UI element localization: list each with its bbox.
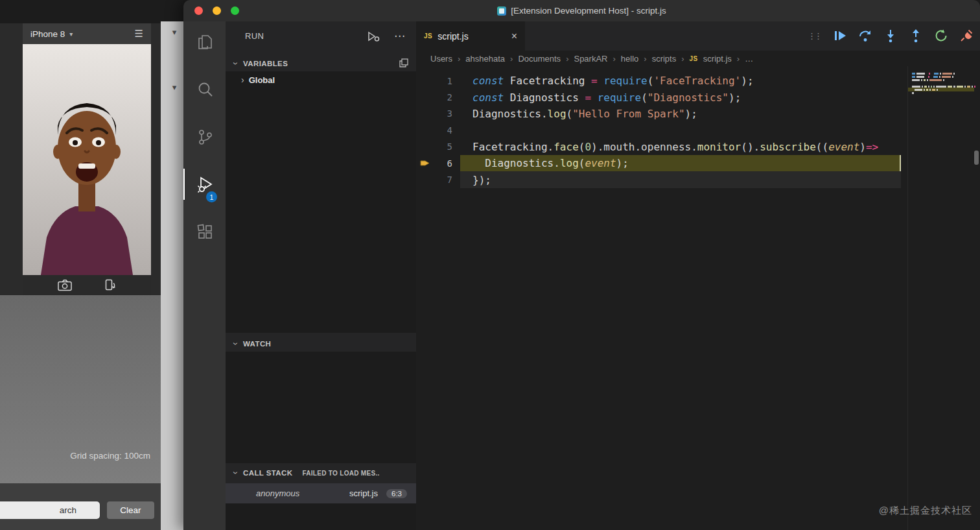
window-title-group: [Extension Development Host] - script.js [183,0,980,21]
breadcrumb-separator-icon: › [566,54,568,64]
simulator-panel: iPhone 8 ▾ ☰ [23,23,151,295]
frame-location-badge: 6:3 [386,489,407,498]
drag-handle-icon[interactable]: ⋮⋮ [808,31,821,41]
call-stack-section-body [226,503,416,530]
step-over-icon[interactable] [858,29,872,43]
tab-script-js[interactable]: JS script.js × [416,21,525,51]
scrollbar-thumb[interactable] [974,151,979,165]
search-input[interactable] [0,501,100,519]
minimize-window-button[interactable] [213,6,221,15]
spark-footer-bar: Clear [0,483,161,530]
spark-top-toolbar [0,0,188,23]
tab-label: script.js [438,31,468,42]
line-number: 7 [416,175,452,185]
flip-camera-icon[interactable] [58,279,73,291]
extensions-icon[interactable] [183,216,226,247]
code-text: }); [452,174,491,186]
breadcrumb-separator-icon: › [644,54,646,64]
explorer-icon[interactable] [183,27,226,58]
close-icon[interactable]: × [511,30,517,42]
minimap[interactable] [907,66,980,530]
rotate-device-icon[interactable] [102,279,116,291]
source-control-icon[interactable] [183,121,226,152]
code-line[interactable]: 2const Diagnostics = require("Diagnostic… [416,89,902,105]
camera-preview[interactable] [23,44,151,275]
more-actions-icon[interactable]: ⋯ [394,29,406,43]
code-line[interactable]: 7}); [416,171,902,187]
code-line[interactable]: 5Facetracking.face(0).mouth.openness.mon… [416,139,902,155]
code-area[interactable]: 1const Facetracking = require('FaceTrack… [416,73,902,188]
call-stack-frame[interactable]: anonymousscript.js6:3 [226,483,416,503]
title-bar[interactable]: [Extension Development Host] - script.js [183,0,980,21]
breadcrumb-item[interactable]: hello [621,54,638,64]
breadcrumb-item[interactable]: SparkAR [574,54,607,64]
vscode-window: [Extension Development Host] - script.js [183,0,980,530]
code-text: Facetracking.face(0).mouth.openness.moni… [452,141,878,153]
chevron-down-icon[interactable]: ▾ [69,30,73,38]
breadcrumb-tail[interactable]: … [745,54,753,64]
code-text: const Diagnostics = require("Diagnostics… [452,91,741,104]
person-preview-image [23,44,151,275]
frame-name: anonymous [256,488,299,498]
search-icon[interactable] [183,74,226,105]
grid-spacing-label: Grid spacing: 100cm [70,451,150,461]
js-file-icon: JS [424,32,432,40]
close-window-button[interactable] [194,6,203,15]
call-stack-section-header[interactable]: › CALL STACK FAILED TO LOAD MES.. [226,465,416,481]
collapse-all-icon[interactable] [399,58,408,67]
window-title: [Extension Development Host] - script.js [511,6,666,16]
spark-ar-panel: ▾ ▾ Grid spacing: 100cm Clear iPhone 8 ▾… [0,0,188,530]
js-file-icon: JS [690,55,698,62]
watch-section-body [226,352,416,463]
variables-section-header[interactable]: › VARIABLES [226,56,416,71]
chevron-down-icon: › [231,340,241,348]
step-into-icon[interactable] [883,29,898,43]
line-number: 4 [416,125,452,136]
variables-scope-global[interactable]: › Global [226,71,416,88]
line-number: 5 [416,141,452,152]
code-text: Diagnostics.log(event); [452,157,629,169]
activity-bar: 1 [183,21,226,530]
clear-button[interactable]: Clear [107,501,154,519]
breadcrumb-separator-icon: › [510,54,513,64]
editor-group: JS script.js × ⋮⋮ [416,21,980,530]
menu-icon[interactable]: ☰ [135,28,143,40]
code-line[interactable]: 4 [416,122,902,138]
watch-section-header[interactable]: › WATCH [226,336,416,352]
run-panel-header: RUN ⋯ [226,21,416,51]
code-line[interactable]: 6 Diagnostics.log(event); [416,155,902,171]
window-controls [194,6,239,15]
zoom-window-button[interactable] [231,6,239,15]
tab-bar: JS script.js × ⋮⋮ [416,21,980,51]
breadcrumb-item[interactable]: Users [430,54,452,64]
breadcrumb[interactable]: Users›ahshehata›Documents›SparkAR›hello›… [416,51,980,66]
chevron-right-icon: › [241,75,244,85]
line-number: 2 [416,92,452,102]
callstack-rows: anonymousscript.js6:3 [226,483,416,503]
run-panel-title: RUN [245,31,264,41]
call-stack-status-note: FAILED TO LOAD MES.. [302,470,379,477]
simulator-header: iPhone 8 ▾ ☰ [23,23,151,44]
launch-configuration-icon[interactable] [367,30,380,42]
chevron-down-icon: › [231,60,241,67]
device-selector[interactable]: iPhone 8 [30,29,65,39]
step-out-icon[interactable] [909,29,923,43]
3d-viewport[interactable]: Grid spacing: 100cm [0,295,161,483]
breadcrumb-separator-icon: › [737,54,740,64]
simulator-toolbar [23,275,151,295]
restart-icon[interactable] [934,29,948,43]
app-icon [497,6,506,16]
continue-icon[interactable] [833,29,847,43]
code-line[interactable]: 3Diagnostics.log("Hello From Spark"); [416,106,902,122]
watch-section-label: WATCH [243,340,271,348]
global-scope-label: Global [249,75,275,85]
breadcrumb-item[interactable]: Documents [518,54,561,64]
breadcrumb-file[interactable]: script.js [703,54,732,64]
breadcrumb-item[interactable]: scripts [652,54,677,64]
run-and-debug-icon[interactable] [183,169,226,200]
disconnect-icon[interactable] [959,29,974,43]
code-line[interactable]: 1const Facetracking = require('FaceTrack… [416,73,902,89]
frame-file: script.js [349,488,378,498]
breadcrumb-separator-icon: › [613,54,616,64]
breadcrumb-item[interactable]: ahshehata [465,54,505,64]
